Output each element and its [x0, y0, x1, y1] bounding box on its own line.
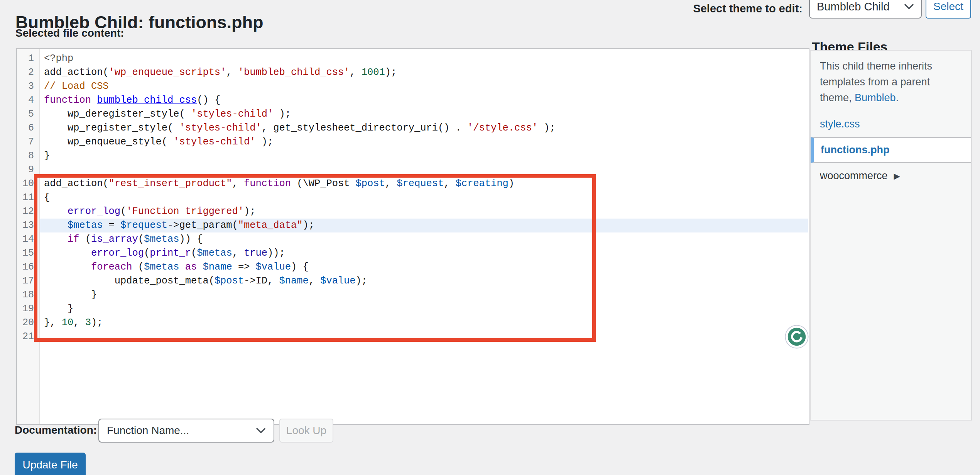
line-number: 15	[22, 246, 34, 260]
parent-theme-link[interactable]: Bumbleb	[855, 92, 896, 103]
code-area[interactable]: <?phpadd_action('wp_enqueue_scripts', 'b…	[41, 49, 809, 424]
file-item-label: woocommerce	[820, 170, 888, 182]
code-line-16: foreach ($metas as $name => $value) {	[41, 260, 809, 274]
code-line-5: wp_deregister_style( 'styles-child' );	[41, 107, 809, 121]
line-number: 14	[22, 232, 34, 246]
line-number: 21	[22, 330, 34, 344]
chevron-down-icon	[256, 428, 266, 434]
file-item-label: functions.php	[821, 144, 889, 156]
line-number: 12	[22, 205, 34, 219]
folder-arrow-icon: ▶	[894, 171, 900, 181]
line-number: 17	[22, 274, 34, 288]
grammarly-badge[interactable]	[785, 325, 809, 349]
line-number: 5	[28, 107, 34, 121]
theme-select-value: Bumbleb Child	[817, 0, 890, 13]
code-line-19: }	[41, 302, 809, 316]
code-line-9	[41, 163, 809, 177]
child-theme-description: This child theme inherits templates from…	[820, 58, 962, 106]
theme-select-label: Select theme to edit:	[691, 2, 803, 15]
theme-file-item-style-css[interactable]: style.css	[811, 114, 971, 135]
code-line-17: update_post_meta($post->ID, $name, $valu…	[41, 274, 809, 288]
line-number-gutter: 123456789101112131415161718192021	[17, 49, 40, 424]
line-number: 4	[28, 93, 34, 107]
code-editor[interactable]: 123456789101112131415161718192021 <?phpa…	[16, 48, 809, 425]
code-line-20: }, 10, 3);	[41, 316, 809, 330]
update-file-button[interactable]: Update File	[15, 453, 86, 475]
line-number: 8	[28, 149, 34, 163]
code-line-12: error_log('Function triggered');	[41, 205, 809, 219]
selected-file-label: Selected file content:	[15, 27, 124, 39]
code-line-10: add_action("rest_insert_product", functi…	[41, 177, 809, 191]
code-line-18: }	[41, 288, 809, 302]
code-line-1: <?php	[41, 52, 809, 66]
code-line-2: add_action('wp_enqueue_scripts', 'bumble…	[41, 66, 809, 80]
code-line-14: if (is_array($metas)) {	[41, 232, 809, 246]
line-number: 6	[28, 121, 34, 135]
line-number: 2	[28, 66, 34, 80]
file-item-label: style.css	[820, 118, 860, 130]
select-theme-button[interactable]: Select	[926, 0, 971, 19]
theme-file-item-functions-php[interactable]: functions.php	[811, 137, 971, 163]
code-line-8: }	[41, 149, 809, 163]
line-number: 10	[22, 177, 34, 191]
code-line-15: error_log(print_r($metas, true));	[41, 246, 809, 260]
line-number: 20	[22, 316, 34, 330]
line-number: 19	[22, 302, 34, 316]
line-number: 11	[22, 191, 34, 205]
theme-select[interactable]: Bumbleb Child	[809, 0, 922, 19]
line-number: 7	[28, 135, 34, 149]
description-period: .	[896, 92, 899, 103]
grammarly-icon	[785, 325, 809, 349]
theme-file-item-woocommerce[interactable]: woocommerce▶	[811, 165, 971, 187]
documentation-select[interactable]: Function Name...	[98, 419, 274, 443]
code-line-7: wp_enqueue_style( 'styles-child' );	[41, 135, 809, 149]
code-line-4: function bumbleb_child_css() {	[41, 93, 809, 107]
line-number: 1	[28, 52, 34, 66]
code-line-6: wp_register_style( 'styles-child', get_s…	[41, 121, 809, 135]
theme-files-panel: This child theme inherits templates from…	[810, 50, 972, 421]
documentation-select-value: Function Name...	[107, 424, 189, 437]
line-number: 16	[22, 260, 34, 274]
lookup-button[interactable]: Look Up	[279, 419, 333, 443]
documentation-label: Documentation:	[15, 424, 97, 436]
code-line-21	[41, 330, 809, 344]
code-line-3: // Load CSS	[41, 80, 809, 93]
line-number: 3	[28, 80, 34, 93]
code-line-13: $metas = $request->get_param("meta_data"…	[41, 219, 809, 232]
chevron-down-icon	[904, 3, 914, 10]
line-number: 9	[28, 163, 34, 177]
code-line-11: {	[41, 191, 809, 205]
line-number: 18	[22, 288, 34, 302]
line-number: 13	[22, 219, 34, 232]
